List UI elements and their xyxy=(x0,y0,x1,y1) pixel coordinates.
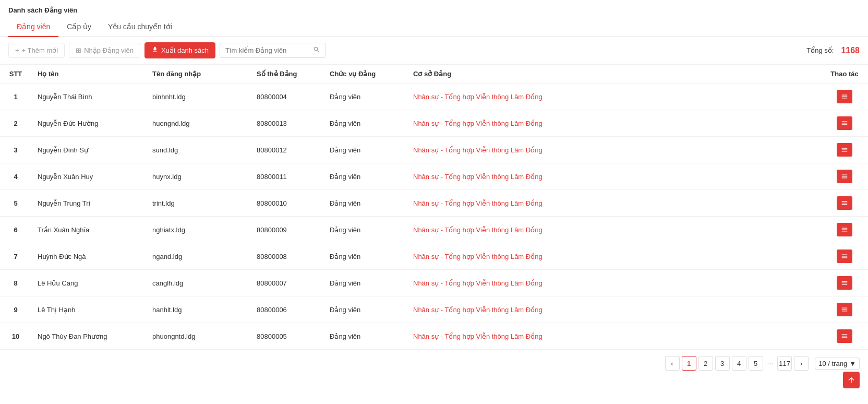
cell-tendangnhap: huongnd.ldg xyxy=(146,110,250,137)
cell-sothe: 80800005 xyxy=(250,323,323,350)
cell-stt: 4 xyxy=(0,163,31,190)
col-header-sothe: Số thẻ Đảng xyxy=(250,65,323,84)
export-button[interactable]: Xuất danh sách xyxy=(144,42,215,58)
action-button[interactable] xyxy=(837,196,852,210)
action-button[interactable] xyxy=(837,90,852,103)
cell-sothe: 80800008 xyxy=(250,243,323,270)
cell-stt: 5 xyxy=(0,190,31,217)
table-row: 7 Huỳnh Đức Ngà ngand.ldg 80800008 Đảng … xyxy=(0,243,868,270)
cell-coso[interactable]: Nhân sự - Tổng hợp Viễn thông Lâm Đồng xyxy=(407,270,821,296)
page-next-button[interactable]: › xyxy=(794,356,809,371)
cell-stt: 1 xyxy=(0,84,31,110)
action-button[interactable] xyxy=(837,249,852,263)
cell-hoten: Trần Xuân Nghĩa xyxy=(31,217,146,243)
table-row: 10 Ngô Thùy Đan Phương phuongntd.ldg 808… xyxy=(0,323,868,350)
scroll-top-button[interactable] xyxy=(843,372,860,377)
page-2-button[interactable]: 2 xyxy=(698,356,713,371)
search-box[interactable] xyxy=(220,43,326,58)
cell-coso[interactable]: Nhân sự - Tổng hợp Viễn thông Lâm Đồng xyxy=(407,137,821,163)
col-header-hoten: Họ tên xyxy=(31,65,146,84)
action-button[interactable] xyxy=(837,116,852,130)
cell-chucvu: Đảng viên xyxy=(323,163,407,190)
page-1-button[interactable]: 1 xyxy=(682,356,696,371)
action-button[interactable] xyxy=(837,329,852,343)
cell-thaotac xyxy=(821,217,868,243)
cell-tendangnhap: binhnht.ldg xyxy=(146,84,250,110)
cell-hoten: Nguyễn Thái Bình xyxy=(31,84,146,110)
cell-thaotac xyxy=(821,296,868,323)
tab-capuy[interactable]: Cấp ủy xyxy=(58,17,100,37)
cell-tendangnhap: trint.ldg xyxy=(146,190,250,217)
search-input[interactable] xyxy=(225,46,313,54)
toolbar: + + Thêm mới ⊞ Nhập Đảng viên Xuất danh … xyxy=(0,37,868,64)
action-button[interactable] xyxy=(837,223,852,236)
col-header-chucvu: Chức vụ Đảng xyxy=(323,65,407,84)
cell-coso[interactable]: Nhân sự - Tổng hợp Viễn thông Lâm Đồng xyxy=(407,163,821,190)
cell-tendangnhap: nghiatx.ldg xyxy=(146,217,250,243)
cell-coso[interactable]: Nhân sự - Tổng hợp Viễn thông Lâm Đồng xyxy=(407,190,821,217)
total-label: Tổng số: xyxy=(806,46,834,54)
chevron-down-icon: ▼ xyxy=(849,360,856,367)
page-prev-button[interactable]: ‹ xyxy=(665,356,680,371)
action-button[interactable] xyxy=(837,143,852,157)
cell-coso[interactable]: Nhân sự - Tổng hợp Viễn thông Lâm Đồng xyxy=(407,243,821,270)
table-header-row: STT Họ tên Tên đăng nhập Số thẻ Đảng Chứ… xyxy=(0,65,868,84)
page-size-select[interactable]: 10 / trang ▼ xyxy=(815,358,860,370)
plus-icon: + xyxy=(15,46,19,54)
add-button[interactable]: + + Thêm mới xyxy=(8,43,65,58)
cell-sothe: 80800007 xyxy=(250,270,323,296)
export-icon xyxy=(151,46,159,55)
table-row: 1 Nguyễn Thái Bình binhnht.ldg 80800004 … xyxy=(0,84,868,110)
cell-hoten: Lê Thị Hạnh xyxy=(31,296,146,323)
cell-sothe: 80800006 xyxy=(250,296,323,323)
cell-stt: 6 xyxy=(0,217,31,243)
cell-thaotac xyxy=(821,84,868,110)
cell-tendangnhap: ngand.ldg xyxy=(146,243,250,270)
cell-coso[interactable]: Nhân sự - Tổng hợp Viễn thông Lâm Đồng xyxy=(407,217,821,243)
cell-thaotac xyxy=(821,137,868,163)
cell-sothe: 80800009 xyxy=(250,217,323,243)
import-button[interactable]: ⊞ Nhập Đảng viên xyxy=(69,43,140,58)
cell-hoten: Nguyễn Đức Hường xyxy=(31,110,146,137)
tab-dangvien[interactable]: Đảng viên xyxy=(8,17,58,37)
cell-chucvu: Đảng viên xyxy=(323,270,407,296)
action-button[interactable] xyxy=(837,276,852,290)
cell-sothe: 80800004 xyxy=(250,84,323,110)
cell-sothe: 80800012 xyxy=(250,137,323,163)
cell-chucvu: Đảng viên xyxy=(323,110,407,137)
cell-thaotac xyxy=(821,323,868,350)
cell-chucvu: Đảng viên xyxy=(323,137,407,163)
table-row: 3 Nguyễn Đình Sự sund.ldg 80800012 Đảng … xyxy=(0,137,868,163)
cell-chucvu: Đảng viên xyxy=(323,84,407,110)
cell-sothe: 80800013 xyxy=(250,110,323,137)
cell-chucvu: Đảng viên xyxy=(323,323,407,350)
col-header-coso: Cơ sở Đảng xyxy=(407,65,821,84)
cell-sothe: 80800010 xyxy=(250,190,323,217)
page-last-button[interactable]: 117 xyxy=(777,356,792,371)
action-button[interactable] xyxy=(837,170,852,183)
cell-coso[interactable]: Nhân sự - Tổng hợp Viễn thông Lâm Đồng xyxy=(407,84,821,110)
page-4-button[interactable]: 4 xyxy=(732,356,746,371)
cell-stt: 8 xyxy=(0,270,31,296)
cell-coso[interactable]: Nhân sự - Tổng hợp Viễn thông Lâm Đồng xyxy=(407,110,821,137)
tab-yeucau[interactable]: Yêu cầu chuyển tới xyxy=(100,17,180,37)
cell-chucvu: Đảng viên xyxy=(323,217,407,243)
cell-coso[interactable]: Nhân sự - Tổng hợp Viễn thông Lâm Đồng xyxy=(407,296,821,323)
cell-thaotac xyxy=(821,243,868,270)
cell-sothe: 80800011 xyxy=(250,163,323,190)
cell-tendangnhap: sund.ldg xyxy=(146,137,250,163)
cell-stt: 9 xyxy=(0,296,31,323)
cell-coso[interactable]: Nhân sự - Tổng hợp Viễn thông Lâm Đồng xyxy=(407,323,821,350)
table-row: 4 Nguyễn Xuân Huy huynx.ldg 80800011 Đản… xyxy=(0,163,868,190)
col-header-tendangnhap: Tên đăng nhập xyxy=(146,65,250,84)
page-5-button[interactable]: 5 xyxy=(749,356,763,371)
cell-hoten: Nguyễn Đình Sự xyxy=(31,137,146,163)
action-button[interactable] xyxy=(837,303,852,316)
col-header-thaotac: Thao tác xyxy=(821,65,868,84)
cell-thaotac xyxy=(821,190,868,217)
cell-hoten: Huỳnh Đức Ngà xyxy=(31,243,146,270)
page-3-button[interactable]: 3 xyxy=(715,356,730,371)
cell-tendangnhap: phuongntd.ldg xyxy=(146,323,250,350)
pagination: ‹ 1 2 3 4 5 ··· 117 › 10 / trang ▼ xyxy=(0,350,868,377)
cell-hoten: Nguyễn Trung Trí xyxy=(31,190,146,217)
